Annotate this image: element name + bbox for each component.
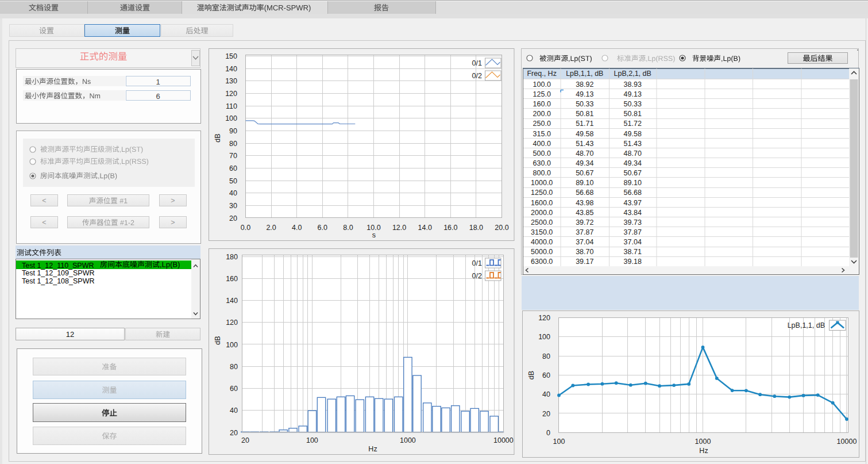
svg-text:10.0: 10.0 xyxy=(367,224,380,232)
svg-text:39.73: 39.73 xyxy=(624,218,642,227)
svg-text:120: 120 xyxy=(225,90,237,98)
svg-text:1250.0: 1250.0 xyxy=(531,189,553,197)
svg-text:6300.0: 6300.0 xyxy=(531,258,553,266)
svg-text:120: 120 xyxy=(538,314,550,322)
svg-text:48.70: 48.70 xyxy=(624,149,642,158)
svg-text:100: 100 xyxy=(538,333,550,341)
svg-text:2000.0: 2000.0 xyxy=(531,209,553,217)
svg-text:1000: 1000 xyxy=(400,436,416,444)
svg-text:43.98: 43.98 xyxy=(576,199,593,207)
svg-text:50.67: 50.67 xyxy=(576,169,593,177)
svg-text:39.72: 39.72 xyxy=(576,218,593,227)
svg-text:0/1: 0/1 xyxy=(472,259,482,267)
svg-text:50: 50 xyxy=(229,177,237,185)
svg-text:Hz: Hz xyxy=(699,447,708,455)
svg-text:4.0: 4.0 xyxy=(292,224,302,232)
svg-text:Hz: Hz xyxy=(368,445,377,453)
svg-text:56.68: 56.68 xyxy=(624,189,642,197)
svg-text:315.0: 315.0 xyxy=(533,130,551,138)
svg-text:50.81: 50.81 xyxy=(576,110,593,118)
svg-text:14.0: 14.0 xyxy=(418,224,432,232)
svg-text:LpB,1,1, dB: LpB,1,1, dB xyxy=(788,321,825,329)
svg-text:80: 80 xyxy=(542,352,550,361)
svg-text:30: 30 xyxy=(229,202,237,210)
svg-text:100.0: 100.0 xyxy=(533,80,551,89)
svg-text:160: 160 xyxy=(226,275,238,283)
svg-text:37.04: 37.04 xyxy=(576,238,593,246)
svg-text:38.70: 38.70 xyxy=(576,248,593,256)
svg-text:12.0: 12.0 xyxy=(392,224,406,232)
svg-text:80: 80 xyxy=(229,140,237,148)
svg-text:40: 40 xyxy=(229,189,237,197)
svg-text:80: 80 xyxy=(230,363,238,371)
svg-text:51.71: 51.71 xyxy=(576,120,593,128)
svg-text:38.93: 38.93 xyxy=(624,80,642,89)
svg-text:dB: dB xyxy=(214,336,222,344)
svg-text:110: 110 xyxy=(226,102,237,110)
svg-text:2.0: 2.0 xyxy=(266,224,276,232)
svg-text:49.58: 49.58 xyxy=(624,130,642,138)
svg-text:50.33: 50.33 xyxy=(624,100,642,108)
svg-text:50.33: 50.33 xyxy=(576,100,593,108)
svg-text:49.13: 49.13 xyxy=(576,90,593,98)
svg-text:37.87: 37.87 xyxy=(576,228,593,236)
svg-text:100: 100 xyxy=(226,341,238,349)
svg-text:150: 150 xyxy=(225,52,237,60)
svg-text:3150.0: 3150.0 xyxy=(531,228,553,236)
svg-text:125.0: 125.0 xyxy=(533,90,551,98)
svg-text:0/2: 0/2 xyxy=(472,272,482,280)
svg-text:43.84: 43.84 xyxy=(624,209,642,217)
svg-text:6.0: 6.0 xyxy=(318,224,327,232)
svg-text:51.43: 51.43 xyxy=(624,140,642,148)
svg-text:18.0: 18.0 xyxy=(469,224,483,232)
svg-text:160.0: 160.0 xyxy=(533,100,551,108)
svg-text:90: 90 xyxy=(229,127,237,135)
svg-text:20: 20 xyxy=(230,429,238,437)
svg-text:49.58: 49.58 xyxy=(576,130,593,138)
svg-text:43.97: 43.97 xyxy=(624,199,642,207)
svg-text:200.0: 200.0 xyxy=(533,110,551,118)
svg-text:51.72: 51.72 xyxy=(624,120,642,128)
svg-text:120: 120 xyxy=(226,319,238,327)
svg-text:5000.0: 5000.0 xyxy=(531,248,553,256)
svg-text:39.17: 39.17 xyxy=(576,258,593,266)
svg-text:89.10: 89.10 xyxy=(576,179,593,187)
svg-text:1000.0: 1000.0 xyxy=(531,179,553,187)
svg-text:250.0: 250.0 xyxy=(533,120,551,128)
svg-text:39.18: 39.18 xyxy=(624,258,642,266)
svg-text:130: 130 xyxy=(225,77,237,85)
svg-text:16.0: 16.0 xyxy=(443,224,457,232)
svg-text:0/2: 0/2 xyxy=(472,72,482,80)
svg-text:140: 140 xyxy=(225,65,237,73)
svg-text:20: 20 xyxy=(241,436,249,444)
svg-text:8.0: 8.0 xyxy=(343,224,353,232)
svg-text:dB: dB xyxy=(527,371,535,379)
svg-text:400.0: 400.0 xyxy=(533,140,551,148)
svg-text:51.43: 51.43 xyxy=(576,140,593,148)
svg-text:89.10: 89.10 xyxy=(624,179,642,187)
svg-text:38.92: 38.92 xyxy=(576,80,593,89)
svg-text:37.04: 37.04 xyxy=(624,238,642,246)
svg-text:20: 20 xyxy=(229,214,237,223)
svg-text:10000: 10000 xyxy=(837,438,857,446)
svg-text:43.85: 43.85 xyxy=(576,209,593,217)
svg-text:630.0: 630.0 xyxy=(533,159,551,167)
svg-text:40: 40 xyxy=(542,390,550,398)
svg-text:60: 60 xyxy=(542,371,550,379)
svg-text:100: 100 xyxy=(225,114,237,122)
svg-text:40: 40 xyxy=(230,407,238,415)
svg-text:1000: 1000 xyxy=(695,438,711,446)
svg-text:800.0: 800.0 xyxy=(533,169,551,177)
svg-text:10000: 10000 xyxy=(493,436,514,444)
svg-text:100: 100 xyxy=(553,438,565,446)
svg-text:0.0: 0.0 xyxy=(241,224,250,232)
svg-text:38.71: 38.71 xyxy=(624,248,642,256)
svg-text:0: 0 xyxy=(546,429,550,437)
svg-text:50.81: 50.81 xyxy=(624,110,642,118)
svg-text:LpB,2,1, dB: LpB,2,1, dB xyxy=(614,70,651,78)
svg-text:60: 60 xyxy=(229,164,237,172)
svg-text:0/1: 0/1 xyxy=(472,59,482,67)
svg-text:dB: dB xyxy=(214,133,222,142)
svg-text:Freq., Hz: Freq., Hz xyxy=(527,70,556,78)
svg-text:48.70: 48.70 xyxy=(576,149,593,158)
